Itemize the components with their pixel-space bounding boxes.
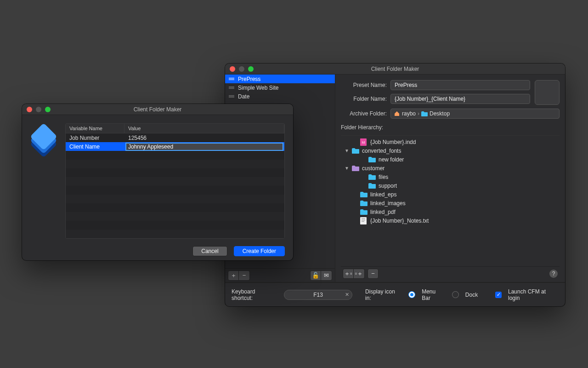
folder-icon <box>352 166 359 171</box>
main-titlebar[interactable]: Client Folder Maker <box>225 63 565 75</box>
remove-node-button[interactable]: − <box>368 269 379 279</box>
lock-icon: 🔓 <box>312 272 319 279</box>
tree-row[interactable]: linked_images <box>341 199 560 207</box>
folder-icon <box>360 201 368 206</box>
shortcut-field[interactable]: F13 ✕ <box>284 290 352 300</box>
svg-text:Id: Id <box>362 140 365 144</box>
tree-row[interactable]: ▼converted_fonts <box>341 146 560 155</box>
shortcut-label: Keyboard shortcut: <box>232 288 277 301</box>
tree-label: converted_fonts <box>362 148 401 154</box>
svg-rect-5 <box>362 221 364 222</box>
crumb-1: raybo <box>402 110 416 117</box>
preset-item[interactable]: Simple Web Site <box>225 83 335 92</box>
table-row[interactable] <box>66 230 284 238</box>
archive-folder-label: Archive Folder: <box>341 110 387 117</box>
table-row[interactable] <box>66 195 284 203</box>
tree-label: linked_images <box>370 200 406 207</box>
help-button[interactable]: ? <box>549 270 558 278</box>
disclosure-triangle-icon[interactable]: ▼ <box>345 148 349 153</box>
preset-label: Simple Web Site <box>238 85 278 91</box>
tree-label: linked_eps <box>370 191 396 198</box>
tree-label: support <box>379 183 397 189</box>
folder-icon <box>368 174 376 180</box>
svg-rect-3 <box>362 218 365 219</box>
drag-handle-icon[interactable] <box>229 95 234 98</box>
close-icon[interactable] <box>27 107 32 112</box>
col-header-value[interactable]: Value <box>124 124 284 133</box>
table-row[interactable]: Job Number125456 <box>66 133 284 142</box>
remove-preset-button[interactable]: − <box>239 270 250 281</box>
table-row[interactable] <box>66 151 284 160</box>
dock-radio[interactable] <box>452 291 459 298</box>
col-header-name[interactable]: Variable Name <box>66 124 124 133</box>
menu-bar-label: Menu Bar <box>422 288 446 301</box>
drag-handle-icon[interactable] <box>229 78 234 80</box>
crumb-2: Desktop <box>430 110 450 117</box>
table-row[interactable]: Client Name <box>66 142 284 151</box>
tree-row[interactable]: files <box>341 172 560 181</box>
tree-row[interactable]: linked_pdf <box>341 207 560 216</box>
envelope-icon: ✉ <box>324 272 329 279</box>
tree-label: customer <box>362 165 384 172</box>
minimize-icon[interactable] <box>36 107 41 112</box>
preset-name-label: Preset Name: <box>341 82 387 88</box>
tree-row[interactable]: ▼customer <box>341 164 560 172</box>
tree-label: {Job Number}.indd <box>370 139 416 145</box>
tree-row[interactable]: support <box>341 181 560 190</box>
preset-label: PrePress <box>238 76 260 82</box>
drag-handle-icon[interactable] <box>229 86 234 89</box>
variable-table[interactable]: Variable Name Value Job Number125456Clie… <box>65 123 285 239</box>
zoom-icon[interactable] <box>248 66 254 72</box>
close-icon[interactable] <box>230 66 235 72</box>
tree-row[interactable]: {Job Number}_Notes.txt <box>341 216 560 225</box>
table-row[interactable] <box>66 177 284 186</box>
table-row[interactable] <box>66 221 284 230</box>
color-well[interactable] <box>535 80 560 105</box>
preset-name-input[interactable] <box>390 80 530 90</box>
dock-label: Dock <box>465 292 478 298</box>
clear-shortcut-icon[interactable]: ✕ <box>345 292 349 298</box>
add-subfolder-button[interactable]: ▫＋ <box>354 269 365 279</box>
folder-name-input[interactable] <box>390 94 530 104</box>
launch-at-login-checkbox[interactable]: ✓ <box>495 292 502 298</box>
cancel-button[interactable]: Cancel <box>192 246 227 256</box>
add-preset-button[interactable]: ＋ <box>228 270 239 281</box>
table-row[interactable] <box>66 203 284 212</box>
var-value-input[interactable] <box>125 143 283 151</box>
preset-item[interactable]: PrePress <box>225 75 335 83</box>
add-folder-icon: ＋▫ <box>344 270 352 278</box>
bottom-bar: Keyboard shortcut: F13 ✕ Display icon in… <box>225 282 565 306</box>
zoom-icon[interactable] <box>45 107 51 112</box>
menu-bar-radio[interactable] <box>408 291 415 298</box>
folder-icon <box>421 111 428 116</box>
action-button[interactable]: ✉ <box>321 270 332 281</box>
create-folder-button[interactable]: Create Folder <box>234 246 285 256</box>
text-file-icon <box>360 217 368 224</box>
preset-label: Date <box>238 93 249 100</box>
table-row[interactable] <box>66 212 284 221</box>
app-icon <box>30 125 57 152</box>
tree-row[interactable]: Id{Job Number}.indd <box>341 138 560 146</box>
table-row[interactable] <box>66 186 284 195</box>
folder-name-label: Folder Name: <box>341 96 387 102</box>
add-subfolder-icon: ▫＋ <box>355 270 363 278</box>
folder-hierarchy-tree[interactable]: Id{Job Number}.indd▼converted_fontsnew f… <box>341 135 560 263</box>
tree-row[interactable]: linked_eps <box>341 190 560 199</box>
table-row[interactable] <box>66 160 284 168</box>
add-folder-button[interactable]: ＋▫ <box>343 269 354 279</box>
svg-rect-2 <box>360 217 367 224</box>
dialog-titlebar[interactable]: Client Folder Maker <box>22 104 293 115</box>
minimize-icon[interactable] <box>239 66 244 72</box>
table-row[interactable] <box>66 168 284 177</box>
lock-button[interactable]: 🔓 <box>310 270 321 281</box>
preset-item[interactable]: Date <box>225 92 335 101</box>
main-window-title: Client Folder Maker <box>225 66 565 72</box>
var-value-cell: 125456 <box>124 135 284 141</box>
create-folder-dialog: Client Folder Maker Variable Name Value … <box>22 104 293 260</box>
archive-folder-crumb[interactable]: raybo › Desktop <box>390 109 560 119</box>
dialog-title: Client Folder Maker <box>22 106 293 113</box>
display-icon-label: Display icon in: <box>365 288 402 301</box>
var-name-cell: Client Name <box>66 144 124 150</box>
disclosure-triangle-icon[interactable]: ▼ <box>345 166 349 171</box>
tree-row[interactable]: new folder <box>341 155 560 164</box>
